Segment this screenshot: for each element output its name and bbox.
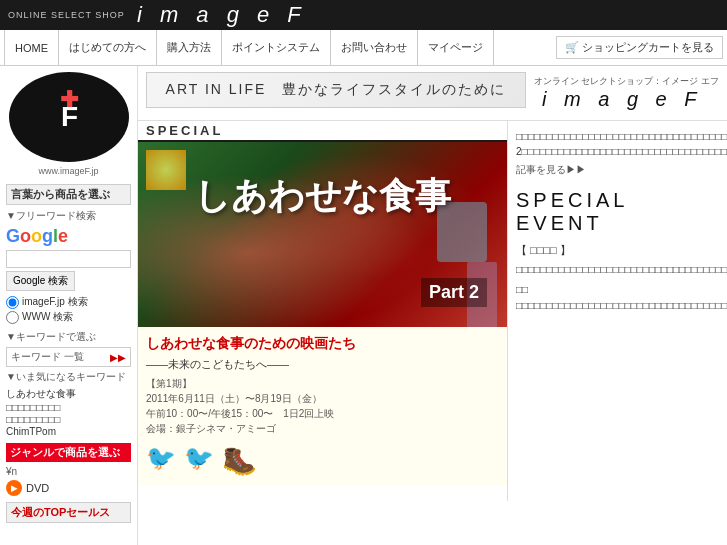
movie-round: 【第1期】 <box>146 376 499 391</box>
boot-icon: 🥾 <box>222 444 257 477</box>
google-logo: Google <box>6 226 131 247</box>
bird-icon-2: 🐦 <box>184 444 214 477</box>
dvd-item[interactable]: ▶ DVD <box>6 480 131 496</box>
right-col: □□□□□□□□□□□□□□□□□□□□□□□□□□□□□□□□□□□□□□□□… <box>507 121 727 501</box>
nav-bar: HOME はじめての方へ 購入方法 ポイントシステム お問い合わせ マイページ … <box>0 30 727 66</box>
online-shop-label: オンライン セレクトショップ：イメージ エフ <box>534 75 719 88</box>
image-f-big-logo: i m a g e F <box>542 88 719 111</box>
hero-main-text: しあわせな食事 <box>194 172 451 221</box>
banner-area: ART IN LIFE 豊かなライフスタイルのために オンライン セレクトショッ… <box>138 66 727 121</box>
genre-section-title: ジャンルで商品を選ぶ <box>6 443 131 462</box>
nav-first-time[interactable]: はじめての方へ <box>59 30 157 65</box>
deco-circle-1 <box>146 150 186 190</box>
event-bracket: 【 □□□□ 】 <box>516 243 719 258</box>
article-text: □□□□□□□□□□□□□□□□□□□□□□□□□□□□□□□□□□□□□□□□… <box>516 129 719 159</box>
trending-section-label: ▼いま気になるキーワード <box>6 370 131 384</box>
main-layout: ✚ F www.imageF.jp 言葉から商品を選ぶ ▼フリーワード検索 Go… <box>0 66 727 545</box>
event-desc-1: □□□□□□□□□□□□□□□□□□□□□□□□□□□□□□□□□□□□□□□□… <box>516 262 719 278</box>
image-f-logo-area: オンライン セレクトショップ：イメージ エフ i m a g e F <box>534 75 719 111</box>
logo-cross-icon: ✚ <box>60 87 78 113</box>
search-scope-radio-group: imageF.jp 検索 WWW 検索 <box>6 295 131 324</box>
special-event-area: SPECIAL EVENT 【 □□□□ 】 □□□□□□□□□□□□□□□□□… <box>516 189 719 314</box>
website-url: www.imageF.jp <box>6 166 131 176</box>
cart-icon: 🛒 <box>565 41 579 54</box>
trending-item-1[interactable]: しあわせな食事 <box>6 387 131 401</box>
google-search-button[interactable]: Google 検索 <box>6 271 75 291</box>
special-event-title: SPECIAL EVENT <box>516 189 719 235</box>
keyword-list-box[interactable]: キーワード 一覧 ▶▶ <box>6 347 131 367</box>
site-logo: ✚ F <box>9 72 129 162</box>
two-col-area: SPECIAL しあわせな食事 Part 2 しあわせな食事のための映画たち —… <box>138 121 727 501</box>
movie-venue: 会場：銀子シネマ・アミーゴ <box>146 421 499 436</box>
free-word-search-label: ▼フリーワード検索 <box>6 209 131 223</box>
sidebar: ✚ F www.imageF.jp 言葉から商品を選ぶ ▼フリーワード検索 Go… <box>0 66 138 545</box>
content-area: ART IN LIFE 豊かなライフスタイルのために オンライン セレクトショッ… <box>138 66 727 545</box>
nav-how-to-buy[interactable]: 購入方法 <box>157 30 222 65</box>
cart-label: ショッピングカートを見る <box>582 40 714 55</box>
trending-item-3[interactable]: □□□□□□□□□ <box>6 414 131 425</box>
logo-text: i m a g e F <box>137 2 307 28</box>
nav-contact[interactable]: お問い合わせ <box>331 30 418 65</box>
movie-date: 2011年6月11日（土）〜8月19日（金） <box>146 391 499 406</box>
nav-my-page[interactable]: マイページ <box>418 30 494 65</box>
dvd-icon: ▶ <box>6 480 22 496</box>
movie-subtitle: ——未来のこどもたちへ—— <box>146 357 499 372</box>
lower-left-area: しあわせな食事のための映画たち ——未来のこどもたちへ—— 【第1期】 2011… <box>138 327 507 485</box>
keyword-section-label: ▼キーワードで選ぶ <box>6 330 131 344</box>
select-by-words-title: 言葉から商品を選ぶ <box>6 184 131 205</box>
radio-www[interactable]: WWW 検索 <box>6 310 131 324</box>
trending-item-4[interactable]: ChimTPom <box>6 426 131 437</box>
trending-item-2[interactable]: □□□□□□□□□ <box>6 402 131 413</box>
bird-visual: 🐦 🐦 🥾 <box>146 444 499 477</box>
cart-button[interactable]: 🛒 ショッピングカートを見る <box>556 36 723 59</box>
nav-point-system[interactable]: ポイントシステム <box>222 30 331 65</box>
bird-icon-1: 🐦 <box>146 444 176 477</box>
hero-part-label: Part 2 <box>421 278 487 307</box>
art-in-life-banner: ART IN LIFE 豊かなライフスタイルのために <box>146 72 526 108</box>
radio-imagef[interactable]: imageF.jp 検索 <box>6 295 131 309</box>
search-input[interactable] <box>6 250 131 268</box>
special-section-header: SPECIAL <box>138 121 507 142</box>
shop-name-label: OnLine SeLECT Shop <box>8 10 125 20</box>
nav-home[interactable]: HOME <box>4 30 59 65</box>
top-bar: OnLine SeLECT Shop i m a g e F <box>0 0 727 30</box>
movie-title: しあわせな食事のための映画たち <box>146 335 499 353</box>
read-more-link[interactable]: 記事を見る▶▶ <box>516 163 719 177</box>
event-desc-2: □□ □□□□□□□□□□□□□□□□□□□□□□□□□□□□□□□□□□□□□… <box>516 282 719 314</box>
left-col: SPECIAL しあわせな食事 Part 2 しあわせな食事のための映画たち —… <box>138 121 507 501</box>
hero-banner: しあわせな食事 Part 2 <box>138 142 507 327</box>
top-sellers-title: 今週のTOPセールス <box>6 502 131 523</box>
price-label: ¥n <box>6 466 131 477</box>
movie-time: 午前10：00〜/午後15：00〜 1日2回上映 <box>146 406 499 421</box>
